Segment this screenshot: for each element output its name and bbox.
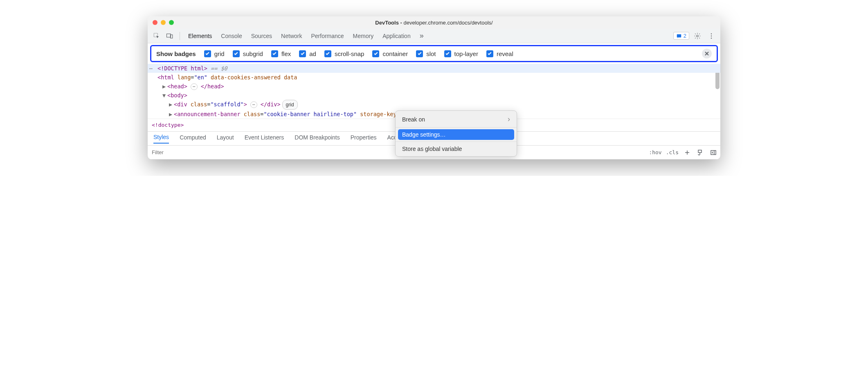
expand-arrow-icon[interactable]: ▶ (169, 110, 174, 119)
checkbox-checked-icon (233, 50, 240, 57)
dom-node-head[interactable]: ▶<head> ⋯ </head> (148, 82, 720, 91)
issues-button[interactable]: 2 (673, 32, 689, 40)
svg-rect-9 (711, 151, 716, 155)
dom-node-doctype[interactable]: <!DOCTYPE html> == $0 (148, 64, 720, 73)
separator (180, 32, 180, 40)
checkbox-checked-icon (324, 50, 331, 57)
ctx-label: Break on (402, 116, 425, 123)
badges-title: Show badges (156, 50, 196, 57)
grid-badge[interactable]: grid (282, 100, 298, 110)
context-menu: Break on Badge settings… Store as global… (395, 110, 517, 157)
new-style-rule-icon[interactable] (683, 148, 692, 157)
svg-point-4 (697, 35, 699, 37)
devtools-window: DevTools - developer.chrome.com/docs/dev… (148, 16, 720, 160)
filter-controls: :hov .cls (649, 148, 718, 157)
expand-arrow-icon[interactable]: ▶ (169, 100, 174, 109)
issues-icon (676, 33, 682, 39)
badge-checkbox-reveal[interactable]: reveal (486, 50, 513, 57)
separator (396, 142, 517, 142)
hov-button[interactable]: :hov (649, 149, 661, 155)
badge-checkbox-container[interactable]: container (372, 50, 408, 57)
close-badges-icon[interactable] (702, 49, 712, 58)
ellipsis-icon[interactable]: ⋯ (191, 83, 198, 90)
dom-node-body[interactable]: ▼<body> (148, 91, 720, 100)
kebab-menu-icon[interactable] (706, 30, 717, 42)
badge-label: grid (214, 50, 225, 57)
panel-tabs: Elements Console Sources Network Perform… (188, 29, 672, 43)
badge-label: flex (281, 50, 291, 57)
badge-checkbox-subgrid[interactable]: subgrid (233, 50, 263, 57)
tab-properties[interactable]: Properties (351, 134, 377, 143)
device-toolbar-icon[interactable] (164, 30, 175, 42)
toggle-sidebar-icon[interactable] (709, 148, 718, 157)
cls-button[interactable]: .cls (666, 149, 679, 155)
main-toolbar: Elements Console Sources Network Perform… (148, 29, 720, 43)
badge-checkbox-top-layer[interactable]: top-layer (444, 50, 478, 57)
badge-label: slot (426, 50, 436, 57)
tab-layout[interactable]: Layout (217, 134, 234, 143)
tab-memory[interactable]: Memory (353, 33, 374, 39)
badge-label: container (382, 50, 408, 57)
badge-label: top-layer (454, 50, 478, 57)
badge-label: scroll-snap (335, 50, 364, 57)
paint-brush-icon[interactable] (696, 148, 705, 157)
ctx-label: Badge settings… (402, 131, 446, 138)
tab-elements[interactable]: Elements (188, 33, 212, 39)
traffic-lights (153, 20, 174, 25)
toolbar-right: 2 (673, 30, 717, 42)
selected-indicator: == $0 (211, 65, 227, 72)
svg-point-7 (711, 38, 712, 38)
checkbox-checked-icon (416, 50, 423, 57)
badge-label: reveal (497, 50, 513, 57)
issues-count: 2 (684, 33, 686, 39)
dom-node-div-scaffold[interactable]: ▶<div class="scaffold"> ⋯ </div>grid (148, 100, 720, 110)
svg-point-6 (711, 35, 712, 36)
badge-checkbox-grid[interactable]: grid (204, 50, 225, 57)
minimize-window-icon[interactable] (161, 20, 166, 25)
close-window-icon[interactable] (153, 20, 157, 25)
badge-checkbox-scroll-snap[interactable]: scroll-snap (324, 50, 364, 57)
settings-icon[interactable] (692, 30, 703, 42)
window-title: DevTools - developer.chrome.com/docs/dev… (153, 20, 715, 26)
ellipsis-icon[interactable]: ⋯ (250, 101, 257, 108)
maximize-window-icon[interactable] (169, 20, 174, 25)
tab-event-listeners[interactable]: Event Listeners (245, 134, 284, 143)
chevron-right-icon (508, 115, 510, 124)
checkbox-checked-icon (444, 50, 451, 57)
tab-sources[interactable]: Sources (251, 33, 272, 39)
title-prefix: DevTools - (375, 20, 403, 26)
svg-rect-8 (698, 150, 702, 153)
tab-network[interactable]: Network (281, 33, 302, 39)
ctx-store-global[interactable]: Store as global variable (396, 144, 517, 154)
collapse-arrow-icon[interactable]: ▼ (162, 91, 167, 100)
svg-rect-3 (677, 34, 681, 37)
checkbox-checked-icon (299, 50, 306, 57)
expand-arrow-icon[interactable]: ▶ (162, 82, 167, 91)
more-tabs-icon[interactable]: » (420, 31, 424, 40)
checkbox-checked-icon (271, 50, 278, 57)
ctx-badge-settings[interactable]: Badge settings… (398, 129, 514, 140)
tab-dom-breakpoints[interactable]: DOM Breakpoints (295, 134, 340, 143)
badge-label: ad (309, 50, 316, 57)
checkbox-checked-icon (486, 50, 493, 57)
badge-checkbox-slot[interactable]: slot (416, 50, 436, 57)
tab-computed[interactable]: Computed (180, 134, 206, 143)
tab-performance[interactable]: Performance (311, 33, 344, 39)
dom-node-html[interactable]: <html lang="en" data-cookies-answered da… (148, 73, 720, 82)
title-url: developer.chrome.com/docs/devtools/ (403, 20, 492, 26)
tab-application[interactable]: Application (382, 33, 411, 39)
ctx-label: Store as global variable (402, 146, 462, 152)
tab-styles[interactable]: Styles (153, 134, 169, 144)
titlebar: DevTools - developer.chrome.com/docs/dev… (148, 16, 720, 29)
badge-checkbox-flex[interactable]: flex (271, 50, 291, 57)
checkbox-checked-icon (372, 50, 379, 57)
badge-label: subgrid (243, 50, 263, 57)
badges-bar: Show badges grid subgrid flex ad scroll-… (150, 45, 718, 62)
ctx-break-on[interactable]: Break on (396, 113, 517, 126)
checkbox-checked-icon (204, 50, 211, 57)
doctype-tag: <!DOCTYPE html> (157, 65, 207, 72)
tab-console[interactable]: Console (221, 33, 242, 39)
inspect-element-icon[interactable] (151, 30, 162, 42)
badge-checkbox-ad[interactable]: ad (299, 50, 316, 57)
svg-rect-1 (167, 34, 171, 37)
